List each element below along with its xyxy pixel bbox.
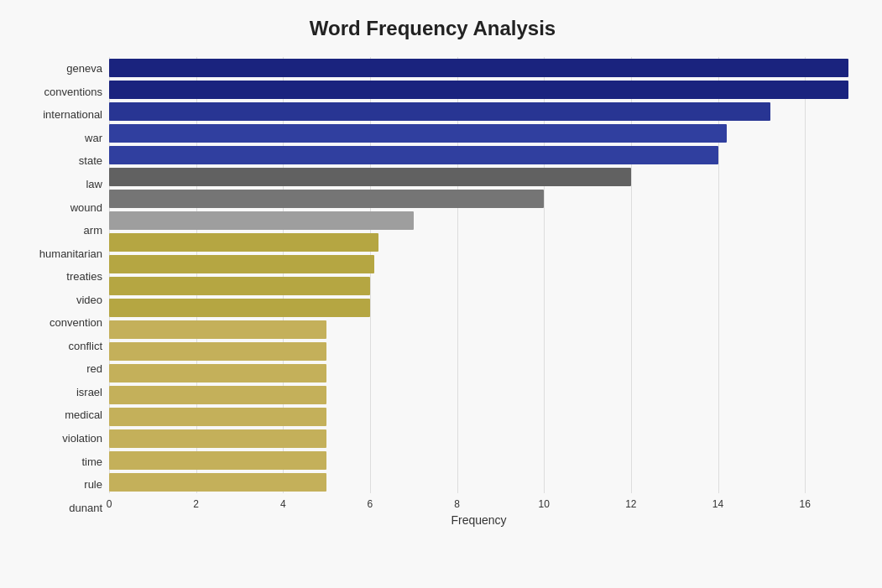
bar-row [109, 166, 848, 188]
bar-row [109, 297, 848, 319]
y-axis-label: israel [76, 381, 102, 403]
x-tick: 14 [712, 498, 723, 510]
bar-row [109, 101, 848, 122]
bar-row [109, 428, 848, 450]
bar-row [109, 210, 848, 232]
y-axis-label: dunant [69, 497, 102, 518]
y-axis-label: humanitarian [39, 242, 102, 264]
y-axis-label: conventions [44, 81, 102, 102]
y-axis-label: war [85, 127, 102, 148]
y-axis-label: red [86, 358, 102, 380]
bar [109, 364, 326, 382]
x-axis-label: Frequency [109, 513, 848, 527]
bar [109, 429, 326, 448]
bar [109, 473, 326, 492]
bar [109, 190, 544, 208]
chart-body: genevaconventionsinternationalwarstatela… [17, 57, 848, 519]
bar [109, 386, 326, 404]
x-tick: 10 [539, 498, 550, 510]
bar-row [109, 275, 848, 297]
x-tick: 4 [280, 498, 286, 510]
bar-row [109, 450, 848, 471]
bar-row [109, 384, 848, 406]
y-axis-label: medical [65, 404, 102, 426]
bar-row [109, 232, 848, 253]
bar-row [109, 319, 848, 341]
bar [109, 233, 378, 252]
bar-row [109, 144, 848, 166]
bar-row [109, 253, 848, 275]
bar-row [109, 57, 848, 79]
bar-row [109, 341, 848, 362]
bar [109, 451, 326, 470]
bar [109, 342, 326, 361]
bar [109, 320, 326, 339]
y-axis: genevaconventionsinternationalwarstatela… [17, 57, 109, 519]
x-tick: 0 [107, 498, 112, 510]
bar [109, 168, 631, 186]
bar [109, 124, 727, 143]
y-axis-label: state [79, 150, 102, 172]
chart-title: Word Frequency Analysis [17, 17, 848, 40]
y-axis-label: treaties [66, 266, 102, 288]
bar-row [109, 122, 848, 144]
chart-container: Word Frequency Analysis genevaconvention… [0, 0, 882, 588]
bar [109, 211, 414, 230]
y-axis-label: rule [84, 474, 102, 496]
x-tick: 16 [799, 498, 810, 510]
bar-row [109, 362, 848, 384]
y-axis-label: international [43, 104, 102, 126]
y-axis-label: geneva [66, 58, 102, 80]
bar-row [109, 188, 848, 210]
bar [109, 146, 718, 164]
y-axis-label: arm [84, 220, 102, 242]
y-axis-label: wound [70, 196, 102, 218]
x-tick: 8 [454, 498, 460, 510]
y-axis-label: time [81, 450, 102, 472]
bar-row [109, 79, 848, 101]
x-tick: 2 [193, 498, 199, 510]
bar [109, 299, 370, 317]
bar [109, 408, 326, 426]
chart-plot: 0246810121416 Frequency [109, 57, 848, 519]
bar [109, 102, 770, 121]
bar [109, 81, 848, 99]
bar [109, 277, 370, 295]
x-axis-area: 0246810121416 Frequency [109, 495, 848, 527]
y-axis-label: violation [62, 428, 102, 450]
x-tick: 6 [368, 498, 373, 510]
bar [109, 59, 848, 77]
y-axis-label: law [86, 174, 102, 195]
bar-row [109, 406, 848, 428]
x-tick: 12 [625, 498, 636, 510]
bars-area [109, 57, 848, 493]
y-axis-label: video [76, 289, 102, 310]
y-axis-label: conflict [69, 335, 102, 356]
bar-row [109, 471, 848, 493]
y-axis-label: convention [50, 312, 102, 334]
bar [109, 255, 374, 273]
